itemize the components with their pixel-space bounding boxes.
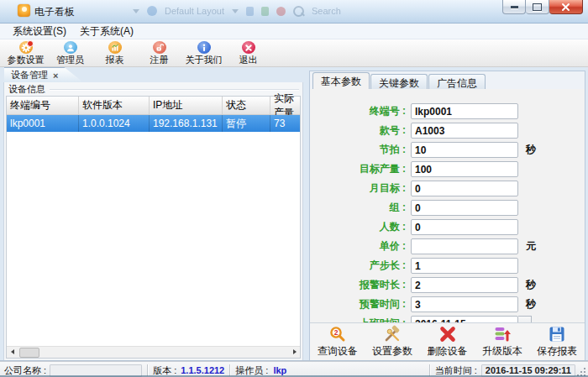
toolbar-param-settings-button[interactable]: 参数设置 [3,40,48,66]
tab-basic-params[interactable]: 基本参数 [312,72,370,89]
takt-field[interactable]: 10 [411,142,518,158]
table-empty-area [7,132,300,346]
basic-params-form: 终端号 : lkp0001 款号 : A1003 节拍 : 10 秒 目标产量 … [310,89,585,322]
operator-value: lkp [273,365,286,375]
set-params-button[interactable]: 设置参数 [365,325,419,359]
maximize-button[interactable] [526,0,549,14]
col-ip-address[interactable]: IP地址 [150,97,223,114]
toolbar-exit-button[interactable]: 退出 [226,40,270,66]
people-count-label: 人数 : [310,220,406,234]
set-params-icon [383,325,402,343]
record-dot-icon [276,7,286,16]
toolbar-register-button[interactable]: 注册 [137,40,181,66]
takt-unit: 秒 [526,143,536,157]
search-icon [293,6,304,17]
alarm-duration-unit: 秒 [526,278,536,292]
form-row: 节拍 : 10 秒 [310,140,585,160]
tab-ad-info[interactable]: 广告信息 [428,74,486,89]
toolbar-report-button[interactable]: 报表 [92,40,137,66]
operator-label: 操作员 : [235,364,268,377]
gear-icon [19,41,33,54]
chevron-down-icon [232,9,239,13]
parameters-panel: 基本参数 关键参数 广告信息 终端号 : lkp0001 款号 : A1003 … [309,71,585,361]
target-output-label: 目标产量 : [310,162,406,176]
close-button[interactable] [549,0,583,14]
output-step-field[interactable]: 1 [411,258,518,274]
parameter-tabs: 基本参数 关键参数 广告信息 [310,71,585,89]
form-row: 报警时长 : 2 秒 [310,275,585,295]
group-field[interactable]: 0 [411,200,518,216]
upgrade-version-button[interactable]: 升级版本 [475,325,529,359]
date-dropdown-button[interactable] [518,316,532,322]
minimize-button[interactable] [502,0,526,14]
style-number-field[interactable]: A1003 [411,123,518,139]
document-tab-strip: 设备管理 × [3,67,303,82]
window-title: 电子看板 [34,5,75,19]
report-chart-icon [108,41,122,54]
device-table-header: 终端编号 软件版本 IP地址 状态 实际产量 [7,97,300,115]
window-controls [502,0,583,14]
col-software-version[interactable]: 软件版本 [79,97,150,114]
device-info-group-title: 设备信息 [8,83,45,96]
chevron-down-icon [133,9,139,13]
version-value: 1.1.5.1212 [181,365,224,375]
warning-time-field[interactable]: 3 [411,296,518,312]
col-actual-output[interactable]: 实际产量 [270,97,300,114]
current-time-label: 当前时间 : [435,364,477,377]
company-name-value [50,364,142,377]
scroll-left-arrow-icon[interactable] [7,347,18,357]
save-report-icon [548,325,566,343]
overlay-layout-label: Default Layout [165,6,224,16]
form-row: 终端号 : lkp0001 [310,102,585,121]
monthly-target-field[interactable]: 0 [411,181,518,196]
col-status[interactable]: 状态 [223,97,270,114]
unit-price-label: 单价 : [310,239,406,254]
toolbar-about-button[interactable]: 关于我们 [181,40,226,66]
notification-dot [27,40,34,47]
tab-key-params[interactable]: 关键参数 [370,74,428,89]
version-label: 版本 : [153,364,176,377]
work-time-field[interactable]: 2016-11-15 [411,316,518,322]
device-action-bar: 2 查询设备 设置参数 删除 [310,322,585,360]
search-device-icon: 2 [328,325,347,343]
menu-system-settings[interactable]: 系统设置(S) [6,24,73,39]
toolbar-admin-button[interactable]: 管理员 [48,40,92,66]
scrollbar-thumb[interactable] [19,348,39,358]
menu-bar: 系统设置(S) 关于系统(A) [0,24,588,39]
alarm-duration-field[interactable]: 2 [411,277,518,293]
form-row: 产步长 : 1 [310,256,585,275]
horizontal-scrollbar[interactable] [7,346,300,358]
status-bar: 公司名称 : 版本 : 1.1.5.1212 操作员 : lkp 当前时间 : … [0,361,588,377]
device-list-panel: 设备管理 × 设备信息 终端编号 软件版本 IP地址 状态 实际产量 [3,67,303,361]
takt-label: 节拍 : [310,143,406,157]
main-toolbar: 参数设置 管理员 报表 注册 关于我们 [0,39,588,67]
target-output-field[interactable]: 100 [411,161,518,177]
work-time-label: 上班时间 : [310,317,406,322]
form-row: 人数 : 0 [310,217,585,237]
style-number-label: 款号 : [310,123,406,138]
save-report-button[interactable]: 保存报表 [530,325,585,359]
unit-price-field[interactable] [411,238,518,254]
menu-about-system[interactable]: 关于系统(A) [73,24,140,39]
tab-device-management[interactable]: 设备管理 × [4,67,83,82]
form-row: 单价 : 元 [310,237,585,256]
svg-text:2: 2 [333,328,338,337]
scroll-right-arrow-icon[interactable] [289,347,300,357]
app-window: 电子看板 Default Layout Search 系统设置(S) 关于系统(… [0,0,588,377]
main-area: 设备管理 × 设备信息 终端编号 软件版本 IP地址 状态 实际产量 [0,67,588,361]
delete-device-button[interactable]: 删除设备 [420,325,475,359]
tab-close-icon[interactable]: × [53,71,58,81]
title-bar: 电子看板 Default Layout Search [0,0,588,24]
panel-splitter[interactable] [303,67,309,361]
overlay-tool-icon [261,7,269,16]
group-label: 组 : [310,201,406,215]
terminal-id-field[interactable]: lkp0001 [411,103,518,119]
col-terminal-id[interactable]: 终端编号 [7,97,79,114]
query-device-button[interactable]: 2 查询设备 [310,325,365,359]
resize-grip[interactable] [576,367,586,377]
table-row[interactable]: lkp0001 1.0.0.1024 192.168.1.131 暂停 73 [7,115,300,132]
register-lock-icon [153,41,166,54]
people-count-field[interactable]: 0 [411,219,518,235]
unit-price-unit: 元 [526,239,536,254]
form-row: 月目标 : 0 [310,179,585,198]
